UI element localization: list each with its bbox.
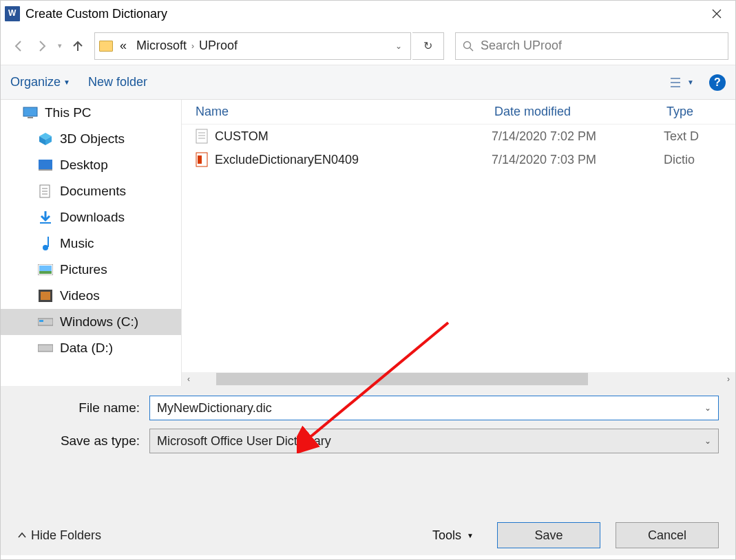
tree-label: Documents xyxy=(60,184,126,199)
search-icon xyxy=(463,41,474,52)
saveas-value: Microsoft Office User Dictionary xyxy=(157,434,331,449)
tree-label: 3D Objects xyxy=(60,131,125,147)
breadcrumb-ellipsis[interactable]: « xyxy=(120,39,127,53)
breadcrumb-part[interactable]: UProof xyxy=(199,39,238,53)
up-button[interactable] xyxy=(67,35,89,57)
tree-item-pictures[interactable]: Pictures xyxy=(1,257,181,283)
new-folder-button[interactable]: New folder xyxy=(88,75,147,89)
svg-rect-25 xyxy=(196,129,207,143)
tree-label: This PC xyxy=(45,105,92,120)
tree-label: Pictures xyxy=(60,262,107,277)
svg-rect-9 xyxy=(39,160,52,169)
file-type: Dictio xyxy=(664,153,735,167)
word-app-icon xyxy=(5,6,20,21)
close-button[interactable] xyxy=(701,3,733,25)
tree-item-desktop[interactable]: Desktop xyxy=(1,152,181,178)
scroll-left-icon[interactable]: ‹ xyxy=(182,374,196,384)
documents-icon xyxy=(38,184,53,199)
file-date: 7/14/2020 7:02 PM xyxy=(492,129,664,144)
chevron-down-icon[interactable]: ⌄ xyxy=(704,436,711,446)
chevron-down-icon[interactable]: ⌄ xyxy=(704,403,711,413)
col-date[interactable]: Date modified xyxy=(492,105,664,119)
search-box[interactable]: Search UProof xyxy=(455,32,728,60)
col-type[interactable]: Type xyxy=(664,105,735,119)
organize-menu[interactable]: Organize▼ xyxy=(10,75,70,89)
col-name[interactable]: Name xyxy=(182,105,492,119)
view-options-button[interactable]: ▼ xyxy=(669,76,694,89)
svg-rect-4 xyxy=(23,107,37,116)
file-row[interactable]: CUSTOM 7/14/2020 7:02 PM Text D xyxy=(182,125,735,148)
file-row[interactable]: ExcludeDictionaryEN0409 7/14/2020 7:03 P… xyxy=(182,148,735,171)
tree-item-this-pc[interactable]: This PC xyxy=(1,100,181,126)
tree-item-videos[interactable]: Videos xyxy=(1,283,181,309)
chevron-right-icon: › xyxy=(191,41,194,51)
chevron-up-icon xyxy=(17,530,27,540)
cube-icon xyxy=(38,131,53,147)
toolbar: Organize▼ New folder ▼ ? xyxy=(1,65,735,100)
breadcrumb-part[interactable]: Microsoft xyxy=(136,39,187,53)
file-date: 7/14/2020 7:03 PM xyxy=(492,153,664,167)
nav-row: ▾ « Microsoft › UProof ⌄ ↻ Search UProof xyxy=(1,27,735,65)
titlebar: Create Custom Dictionary xyxy=(1,1,735,27)
svg-rect-30 xyxy=(198,155,202,164)
hide-folders-button[interactable]: Hide Folders xyxy=(17,528,101,543)
desktop-icon xyxy=(38,158,53,173)
help-button[interactable]: ? xyxy=(709,74,726,91)
chevron-down-icon: ▼ xyxy=(63,78,70,86)
back-button[interactable] xyxy=(8,35,30,57)
nav-tree[interactable]: This PC 3D Objects Desktop Documents Dow… xyxy=(1,100,182,386)
recent-dropdown-icon[interactable]: ▾ xyxy=(54,35,65,57)
tree-item-music[interactable]: Music xyxy=(1,230,181,257)
address-dropdown-icon[interactable]: ⌄ xyxy=(391,41,406,51)
download-icon xyxy=(38,210,53,225)
file-name: ExcludeDictionaryEN0409 xyxy=(215,153,359,167)
tree-label: Desktop xyxy=(60,158,108,173)
tree-label: Downloads xyxy=(60,210,125,225)
file-list: Name Date modified Type CUSTOM 7/14/2020… xyxy=(182,100,735,386)
scroll-thumb[interactable] xyxy=(216,373,588,385)
tree-label: Data (D:) xyxy=(60,341,113,356)
svg-point-16 xyxy=(43,245,48,250)
forward-button[interactable] xyxy=(31,35,53,57)
window-title: Create Custom Dictionary xyxy=(25,7,167,21)
saveas-select[interactable]: Microsoft Office User Dictionary ⌄ xyxy=(149,429,719,453)
tree-item-downloads[interactable]: Downloads xyxy=(1,204,181,230)
column-headers[interactable]: Name Date modified Type xyxy=(182,100,735,125)
save-button[interactable]: Save xyxy=(497,522,600,548)
svg-rect-21 xyxy=(41,292,50,300)
pc-icon xyxy=(23,105,38,120)
button-row: Hide Folders Tools▼ Save Cancel xyxy=(17,522,719,548)
text-file-icon xyxy=(196,129,208,144)
svg-rect-23 xyxy=(39,320,43,322)
chevron-down-icon: ▼ xyxy=(687,78,694,86)
horizontal-scrollbar[interactable]: ‹ › xyxy=(182,372,735,386)
tree-item-data-d[interactable]: Data (D:) xyxy=(1,335,181,361)
address-bar[interactable]: « Microsoft › UProof ⌄ xyxy=(94,32,411,60)
folder-icon xyxy=(99,41,113,52)
tree-item-documents[interactable]: Documents xyxy=(1,178,181,204)
videos-icon xyxy=(38,288,53,303)
drive-icon xyxy=(38,341,53,356)
bottom-panel: File name: MyNewDictionary.dic ⌄ Save as… xyxy=(1,386,735,555)
filename-row: File name: MyNewDictionary.dic ⌄ xyxy=(17,396,719,420)
body: This PC 3D Objects Desktop Documents Dow… xyxy=(1,100,735,386)
tools-menu[interactable]: Tools▼ xyxy=(432,528,474,543)
refresh-button[interactable]: ↻ xyxy=(412,32,444,60)
filename-input[interactable]: MyNewDictionary.dic ⌄ xyxy=(149,396,719,420)
search-placeholder: Search UProof xyxy=(481,39,562,53)
file-type: Text D xyxy=(664,129,735,144)
svg-rect-24 xyxy=(38,345,53,352)
drive-icon xyxy=(38,314,53,330)
svg-rect-10 xyxy=(39,169,52,171)
cancel-button[interactable]: Cancel xyxy=(616,522,719,548)
tree-item-3d-objects[interactable]: 3D Objects xyxy=(1,126,181,152)
scroll-right-icon[interactable]: › xyxy=(722,374,735,384)
svg-rect-18 xyxy=(39,266,52,271)
svg-point-0 xyxy=(464,41,471,48)
tree-label: Videos xyxy=(60,288,100,303)
tree-label: Music xyxy=(60,236,94,251)
svg-rect-19 xyxy=(39,271,52,274)
office-file-icon xyxy=(196,152,208,167)
chevron-down-icon: ▼ xyxy=(467,532,474,539)
tree-item-windows-c[interactable]: Windows (C:) xyxy=(1,309,181,335)
